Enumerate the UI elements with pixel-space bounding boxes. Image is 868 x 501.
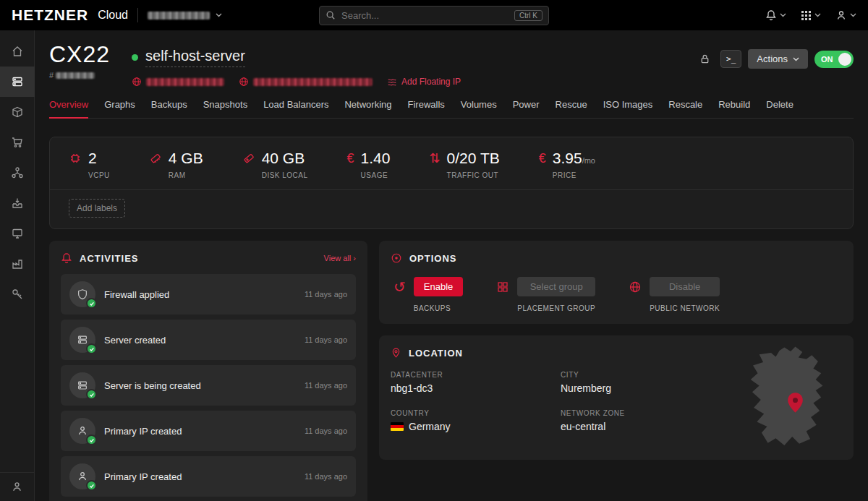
globe-icon [132,77,142,87]
console-button[interactable]: >_ [720,50,741,68]
disk-icon [242,152,255,165]
redacted-ipv6 [253,78,373,86]
field-city: CITY Nuremberg [561,371,731,394]
sidebar-item-marketplace[interactable] [0,127,35,158]
user-menu[interactable] [835,9,856,21]
activity-row[interactable]: Primary IP created 11 days ago [61,456,356,497]
tab-load-balancers[interactable]: Load Balancers [263,99,328,118]
activities-title: ACTIVITIES [80,253,139,264]
chevron-down-icon [780,13,786,17]
sidebar-item-home[interactable] [0,36,35,67]
tab-snapshots[interactable]: Snapshots [203,99,247,118]
server-name-block: self-host-server [132,42,461,87]
server-actions: >_ Actions ON [695,42,854,69]
options-row: ↺ Enable BACKUPS Select group PLACEMENT … [391,277,842,312]
field-datacenter: DATACENTER nbg1-dc3 [391,371,561,394]
server-name[interactable]: self-host-server [145,48,245,67]
server-icon [77,380,88,391]
tab-rebuild[interactable]: Rebuild [718,99,750,118]
chevron-down-icon [814,13,821,17]
support-person-icon [11,481,23,493]
success-check-icon [86,298,97,309]
disable-public-network-button[interactable]: Disable [650,277,720,296]
activity-row[interactable]: Primary IP created 11 days ago [61,411,356,451]
location-card: LOCATION DATACENTER nbg1-dc3 CITY Nuremb… [379,335,854,460]
field-network-zone: NETWORK ZONE eu-central [561,409,731,432]
topbar-left: HETZNER Cloud [12,7,307,24]
actions-button[interactable]: Actions [748,49,808,69]
option-backups: ↺ Enable BACKUPS [393,277,463,312]
success-check-icon [86,480,97,491]
ram-icon [149,152,162,165]
view-all-link[interactable]: View all › [324,254,356,262]
option-placement-group: Select group PLACEMENT GROUP [496,277,595,312]
server-type: CX22 [49,42,110,67]
activity-row[interactable]: Server created 11 days ago [61,320,356,360]
sidebar-item-servers[interactable] [0,67,35,97]
activity-row[interactable]: Firewall applied 11 days ago [61,274,356,314]
notifications-menu[interactable] [765,9,786,21]
activity-row[interactable]: Server is being created 11 days ago [61,365,356,406]
project-selector[interactable] [148,12,222,20]
sidebar-item-networks[interactable] [0,158,35,188]
floating-ip-icon [387,77,397,87]
add-floating-ip[interactable]: Add Floating IP [387,77,461,87]
user-icon [835,9,847,21]
tab-graphs[interactable]: Graphs [104,99,135,118]
select-group-button[interactable]: Select group [517,277,595,296]
euro-icon: € [539,152,546,165]
sidebar-item-support[interactable] [0,472,35,501]
tab-overview[interactable]: Overview [49,99,88,119]
sidebar-item-images[interactable] [0,97,35,127]
tab-firewalls[interactable]: Firewalls [408,99,445,118]
topbar: HETZNER Cloud Ctrl K [0,0,868,30]
power-toggle[interactable]: ON [814,51,854,68]
sidebar-item-security[interactable] [0,279,35,309]
monitor-icon [11,227,24,240]
activity-avatar [69,418,95,444]
activity-avatar [69,281,95,307]
sidebar-item-load-balancers[interactable] [0,188,35,218]
search-icon [326,10,336,20]
apps-grid-icon [801,10,812,21]
sidebar-item-datacenters[interactable] [0,249,35,279]
add-labels-button[interactable]: Add labels [69,199,125,218]
germany-flag-icon [391,422,404,431]
tab-backups[interactable]: Backups [151,99,187,118]
person-icon [77,425,88,437]
apps-menu[interactable] [801,10,821,21]
redacted-server-id [56,72,95,79]
tab-delete[interactable]: Delete [766,99,793,118]
redacted-project-name [148,12,210,20]
topbar-right [561,9,856,21]
stat-ram: 4 GB RAM [149,150,203,179]
tab-networking[interactable]: Networking [344,99,391,118]
stat-price: € 3.95/mo PRICE [539,150,595,179]
tray-arrow-icon [11,197,24,210]
home-icon [11,45,24,58]
person-icon [77,471,88,482]
search-input[interactable] [341,10,509,21]
placement-group-icon [496,281,509,294]
ipv4-address[interactable] [132,77,224,87]
tab-volumes[interactable]: Volumes [461,99,497,118]
activity-avatar [69,372,95,398]
sidebar-item-firewalls[interactable] [0,218,35,249]
tab-iso-images[interactable]: ISO Images [603,99,653,118]
activity-avatar [69,327,95,353]
shield-icon [77,288,88,300]
ipv6-address[interactable] [239,77,373,87]
enable-backups-button[interactable]: Enable [414,277,463,296]
chevron-down-icon [216,13,222,17]
tab-rescale[interactable]: Rescale [668,99,702,118]
search-bar[interactable]: Ctrl K [319,6,549,25]
stat-label: VCPU [88,171,110,179]
lock-icon [699,53,710,64]
activity-avatar [69,463,95,489]
lock-button[interactable] [695,50,714,69]
tab-rescue[interactable]: Rescue [556,99,587,118]
stat-value: 2 [88,150,97,166]
tab-power[interactable]: Power [513,99,540,118]
search-shortcut-hint: Ctrl K [514,10,542,21]
stat-vcpu: 2 VCPU [69,150,110,179]
